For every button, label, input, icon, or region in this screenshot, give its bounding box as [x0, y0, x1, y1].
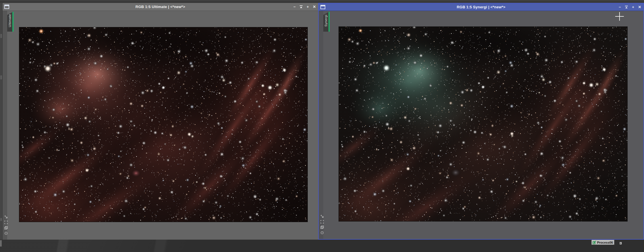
- close-button[interactable]: ✕: [638, 5, 642, 9]
- process-badge-label: Process06: [597, 241, 613, 244]
- close-button[interactable]: ✕: [312, 5, 316, 9]
- target-button[interactable]: [4, 231, 8, 236]
- astro-image-canvas-synergi[interactable]: [339, 27, 627, 221]
- diagonal-arrow-icon: [320, 214, 324, 219]
- image-window-ultimate: RGB 1:5 Ultimate | <*new*> − + ✕ Ultimat…: [3, 3, 318, 240]
- duplicate-view-button[interactable]: [320, 225, 324, 230]
- workspace-bottom-strip: [0, 240, 644, 252]
- shade-button[interactable]: [624, 5, 628, 9]
- panel-grip[interactable]: [0, 75, 2, 79]
- workspace-top-strip: [0, 0, 644, 3]
- view-tab-label: Synergi: [324, 15, 328, 28]
- circle-dot-icon: [320, 230, 324, 235]
- minimize-button[interactable]: −: [292, 5, 297, 9]
- panel-grip[interactable]: [0, 240, 2, 247]
- image-window-synergi: RGB 1:5 Synergi | <*new*> − + ✕ Synergi: [318, 3, 644, 240]
- image-view-area: Ultimate: [3, 11, 318, 240]
- badge-grip[interactable]: [620, 242, 622, 245]
- image-view-area: Synergi: [319, 11, 643, 239]
- pan-arrow-button[interactable]: [4, 215, 8, 219]
- fit-frame-icon: [320, 219, 324, 224]
- pan-arrow-button[interactable]: [320, 214, 324, 219]
- panel-grip[interactable]: [0, 218, 2, 221]
- window-title: RGB 1:5 Synergi | <*new*>: [319, 5, 643, 9]
- shade-icon: [300, 5, 303, 8]
- shade-icon: [625, 6, 628, 9]
- window-title: RGB 1:5 Ultimate | <*new*>: [3, 5, 318, 9]
- process-instance-icon: [592, 240, 596, 244]
- workspace-left-strip: [0, 3, 3, 240]
- astro-image-frame: [19, 27, 308, 222]
- view-tab-label: Ultimate: [8, 14, 12, 29]
- panel-grip[interactable]: [0, 34, 2, 38]
- minimize-button[interactable]: −: [618, 5, 622, 9]
- overlap-squares-icon: [4, 226, 8, 230]
- workspace: { "workspace": { "process_badge_label": …: [0, 0, 644, 252]
- shade-button[interactable]: [299, 5, 303, 9]
- view-tab-synergi[interactable]: Synergi: [323, 12, 330, 32]
- fit-view-button[interactable]: [320, 219, 324, 224]
- view-tab-ultimate[interactable]: Ultimate: [7, 12, 14, 32]
- process-icon-badge[interactable]: Process06: [592, 240, 614, 245]
- view-tab-rail: [319, 11, 323, 239]
- view-tab-rail: [3, 11, 7, 240]
- maximize-button[interactable]: +: [306, 5, 310, 9]
- fit-view-button[interactable]: [4, 220, 8, 225]
- maximize-button[interactable]: +: [631, 5, 635, 9]
- duplicate-view-button[interactable]: [4, 226, 8, 230]
- astro-image-frame: [339, 26, 628, 222]
- diagonal-arrow-icon: [4, 215, 8, 219]
- target-button[interactable]: [320, 230, 324, 235]
- titlebar[interactable]: RGB 1:5 Ultimate | <*new*> − + ✕: [3, 3, 318, 11]
- circle-dot-icon: [4, 231, 8, 236]
- titlebar[interactable]: RGB 1:5 Synergi | <*new*> − + ✕: [319, 3, 643, 11]
- overlap-squares-icon: [320, 225, 324, 230]
- fit-frame-icon: [4, 220, 8, 225]
- astro-image-canvas-ultimate[interactable]: [19, 27, 307, 222]
